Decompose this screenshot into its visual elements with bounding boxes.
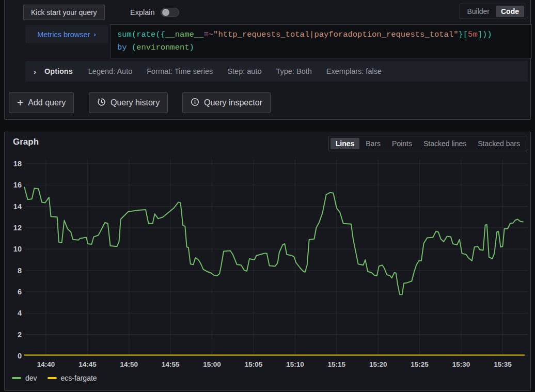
query-token: } <box>458 30 463 39</box>
y-axis-tick-label: 18 <box>13 160 22 168</box>
query-token: ( <box>132 30 136 39</box>
query-token: ({ <box>155 30 165 39</box>
query-token: __name__ <box>165 30 203 39</box>
editor-mode-switch: Builder Code <box>460 4 526 19</box>
explain-label: Explain <box>130 8 155 17</box>
option-setting: Exemplars: false <box>326 67 382 75</box>
query-expression-line2: by (environment) <box>117 41 525 54</box>
query-token: 5m <box>468 30 478 39</box>
y-axis-tick-label: 14 <box>13 202 22 211</box>
query-history-button[interactable]: Query history <box>89 92 168 113</box>
x-axis-tick-label: 15:05 <box>245 360 263 368</box>
query-token: by <box>117 43 132 52</box>
query-token: ] <box>478 30 482 39</box>
chevron-expand-icon: › <box>34 67 36 76</box>
style-points[interactable]: Points <box>387 138 417 149</box>
graph-panel: Graph Lines Bars Points Stacked lines St… <box>4 132 531 391</box>
query-token: "http_requests_total|payforadoption_requ… <box>213 30 458 39</box>
x-axis-tick-label: 15:20 <box>369 360 387 368</box>
x-axis-tick-label: 15:30 <box>452 360 470 368</box>
series-name: dev <box>25 374 37 382</box>
query-token: )) <box>482 30 492 39</box>
series-name: ecs-fargate <box>61 374 97 382</box>
y-axis-tick-label: 10 <box>13 245 22 253</box>
chevron-right-icon: › <box>93 30 96 38</box>
style-bars[interactable]: Bars <box>360 138 386 149</box>
metrics-browser-button[interactable]: Metrics browser › <box>25 25 108 43</box>
style-lines[interactable]: Lines <box>331 138 360 149</box>
query-token: ( <box>132 43 136 52</box>
y-axis-tick-label: 12 <box>13 224 22 232</box>
option-setting: Format: Time series <box>147 67 213 75</box>
query-token: sum <box>117 30 132 39</box>
add-query-button[interactable]: + Add query <box>9 92 74 113</box>
info-icon <box>191 98 199 108</box>
query-options-row[interactable]: › Options Legend: AutoFormat: Time serie… <box>25 61 528 82</box>
options-label: Options <box>44 67 73 75</box>
options-settings: Legend: AutoFormat: Time seriesStep: aut… <box>88 67 396 76</box>
legend-item-dev[interactable]: dev <box>12 374 37 382</box>
x-axis-tick-label: 15:35 <box>494 360 512 368</box>
plus-icon: + <box>17 97 23 108</box>
x-axis-tick-label: 15:00 <box>203 360 221 368</box>
query-token: ) <box>190 43 194 52</box>
query-inspector-label: Query inspector <box>204 98 262 107</box>
query-token: rate <box>136 30 155 39</box>
legend-item-ecs-fargate[interactable]: ecs-fargate <box>48 374 97 382</box>
query-token: environment <box>136 43 189 52</box>
panel-title: Graph <box>13 137 39 147</box>
style-stacked-lines[interactable]: Stacked lines <box>418 138 471 149</box>
x-axis-tick-label: 14:40 <box>37 360 55 368</box>
y-axis-tick-label: 2 <box>18 331 22 339</box>
time-series-chart[interactable]: 02468101214161814:4014:4514:5014:5515:00… <box>5 155 531 372</box>
metrics-browser-label: Metrics browser <box>37 30 90 39</box>
mode-code[interactable]: Code <box>496 6 524 17</box>
y-axis-tick-label: 6 <box>18 288 22 296</box>
chart-legend: dev ecs-fargate <box>12 374 97 382</box>
add-query-label: Add query <box>28 98 66 107</box>
style-stacked-bars[interactable]: Stacked bars <box>473 138 525 149</box>
query-token: [ <box>463 30 468 39</box>
option-setting: Type: Both <box>276 67 311 75</box>
query-inspector-button[interactable]: Query inspector <box>182 92 271 113</box>
x-axis-tick-label: 15:25 <box>411 360 429 368</box>
y-axis-tick-label: 16 <box>13 181 22 189</box>
option-setting: Legend: Auto <box>88 67 132 75</box>
kick-start-query-button[interactable]: Kick start your query <box>23 5 105 20</box>
x-axis-tick-label: 15:15 <box>328 360 346 368</box>
query-code-editor[interactable]: sum(rate({__name__=~"http_requests_total… <box>110 24 532 58</box>
query-expression-line1: sum(rate({__name__=~"http_requests_total… <box>117 28 525 41</box>
mode-builder[interactable]: Builder <box>462 6 495 17</box>
query-token: =~ <box>203 30 213 39</box>
series-color-dash <box>48 377 57 380</box>
query-history-label: Query history <box>111 98 160 107</box>
query-editor-panel: Kick start your query Explain Builder Co… <box>4 0 531 120</box>
explain-toggle[interactable] <box>161 8 179 17</box>
history-icon <box>97 98 106 108</box>
x-axis-tick-label: 15:10 <box>286 360 304 368</box>
y-axis-tick-label: 4 <box>18 309 22 317</box>
x-axis-tick-label: 14:50 <box>120 360 138 368</box>
option-setting: Step: auto <box>227 67 261 75</box>
series-line-dev <box>24 187 523 295</box>
y-axis-tick-label: 0 <box>18 352 22 360</box>
x-axis-tick-label: 14:55 <box>162 360 180 368</box>
y-axis-tick-label: 8 <box>18 266 22 275</box>
graph-style-switch: Lines Bars Points Stacked lines Stacked … <box>328 136 527 151</box>
x-axis-tick-label: 14:45 <box>78 360 97 368</box>
series-color-dash <box>12 377 21 380</box>
toggle-knob <box>162 9 169 16</box>
